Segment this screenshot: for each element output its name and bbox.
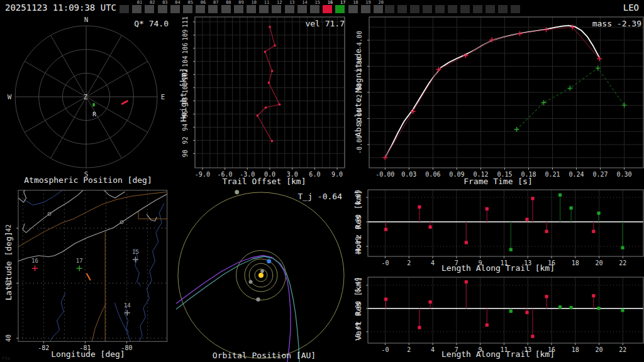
tj-annotation: T_j -0.64 [264,192,342,201]
top-bar: 20251123 11:09:38 UTC 010203040506070809… [0,0,644,15]
orbit-caption: Orbital Position [AU] [176,351,352,360]
orbital-position-chart [176,189,352,362]
svg-text:109: 109 [182,30,189,41]
horz-res-chart: -024791113161820220.090.00-0.09 [352,189,644,275]
station-indicator-16[interactable]: 16 [323,5,332,13]
station-indicator[interactable] [460,5,470,13]
mag-xlabel: Frame Time [s] [352,177,644,186]
svg-text:14: 14 [124,302,131,309]
light-curve-chart: -0.000.030.060.090.120.150.180.210.240.2… [352,15,644,189]
trail-offset-chart: -9.0-6.0-3.00.03.06.09.09092949698100102… [176,15,352,189]
panel-trail-offset: -9.0-6.0-3.00.03.06.09.09092949698100102… [176,15,352,189]
station-indicator-09[interactable]: 09 [234,5,243,13]
map-ylabel: Latitude [deg] [4,231,13,300]
atmospheric-position-chart: NSEWZR [0,15,176,189]
svg-text:17: 17 [76,258,83,264]
svg-text:N: N [84,16,89,24]
svg-text:111: 111 [182,16,189,28]
panel-light-curve: -0.000.030.060.090.120.150.180.210.240.2… [352,15,644,189]
station-indicator-20[interactable]: 20 [374,5,383,13]
panel-ground-map: 16171514-82-81-80404142 [0,189,176,362]
station-indicator[interactable] [486,5,495,13]
svg-text:16: 16 [31,258,38,264]
panel-horz-res: -024791113161820220.090.00-0.09 [352,189,644,275]
mass-annotation: mass -2.39 [551,19,641,28]
svg-text:Z: Z [84,94,87,101]
utc-clock: 20251123 11:09:38 UTC [5,3,116,13]
station-indicator-04[interactable]: 04 [170,5,180,13]
station-indicator-17[interactable]: 17 [335,5,345,13]
station-indicator[interactable] [435,5,445,13]
vel-annotation: vel 71.7 [275,19,345,28]
station-indicator-08[interactable]: 08 [221,5,231,13]
svg-text:90: 90 [182,150,189,157]
horz-res-ylabel: Horz Res [km] [353,190,363,254]
ground-map-chart: 16171514-82-81-80404142 [0,189,176,362]
station-indicator[interactable] [473,5,482,13]
station-indicator-12[interactable]: 12 [272,5,281,13]
station-indicator[interactable] [498,5,508,13]
svg-text:42: 42 [5,224,12,232]
mode-label: LEO [623,3,639,13]
svg-text:92: 92 [182,136,189,144]
station-indicator-19[interactable]: 19 [361,5,370,13]
svg-text:-0.00: -0.00 [356,135,363,154]
svg-text:E: E [161,93,165,101]
svg-text:106: 106 [182,43,189,54]
station-indicator-10[interactable]: 10 [247,5,256,13]
horz-res-xlabel: Length Along Trail [km] [352,263,644,273]
station-indicator-11[interactable]: 11 [259,5,269,13]
vert-res-xlabel: Length Along Trail [km] [352,349,644,359]
svg-text:104: 104 [182,56,189,67]
panel-atmospheric-position: NSEWZR [0,15,176,189]
station-indicator[interactable] [448,5,457,13]
station-indicator-07[interactable]: 07 [208,5,218,13]
station-indicator[interactable] [385,5,394,13]
mag-ylabel: Absolute Magnitude [353,48,363,137]
station-indicator-14[interactable]: 14 [297,5,307,13]
station-indicator-06[interactable]: 06 [196,5,205,13]
q-annotation: Q* 74.0 [99,19,169,28]
station-indicator-15[interactable]: 15 [310,5,319,13]
svg-text:15: 15 [132,249,139,255]
station-indicator[interactable] [119,5,129,13]
station-indicator-strip: 0102030405060708091011121314151617181920 [119,0,535,15]
map-xlabel: Longitude [deg] [0,349,176,359]
watermark: rju [2,356,10,361]
station-indicator-13[interactable]: 13 [285,5,294,13]
svg-text:R: R [92,111,96,118]
station-indicator-03[interactable]: 03 [158,5,167,13]
station-indicator[interactable] [410,5,419,13]
station-indicator-05[interactable]: 05 [183,5,192,13]
trail-xlabel: Trail Offset [km] [176,177,352,186]
svg-text:W: W [8,93,12,101]
station-indicator[interactable] [397,5,407,13]
polar-caption: Atmospheric Position [deg] [0,175,176,185]
svg-text:-4.00: -4.00 [356,31,363,50]
svg-text:40: 40 [5,334,12,342]
svg-text:94: 94 [182,123,189,131]
station-indicator-02[interactable]: 02 [145,5,154,13]
trail-ylabel: Height [km] [179,68,188,122]
station-indicator-18[interactable]: 18 [348,5,358,13]
meteor-monitor-screen: 20251123 11:09:38 UTC 010203040506070809… [0,0,644,362]
vert-res-ylabel: Vert Res [km] [353,277,363,341]
station-indicator[interactable] [423,5,432,13]
station-indicator[interactable] [511,5,520,13]
station-indicator-01[interactable]: 01 [132,5,142,13]
panel-orbital-position [176,189,352,362]
